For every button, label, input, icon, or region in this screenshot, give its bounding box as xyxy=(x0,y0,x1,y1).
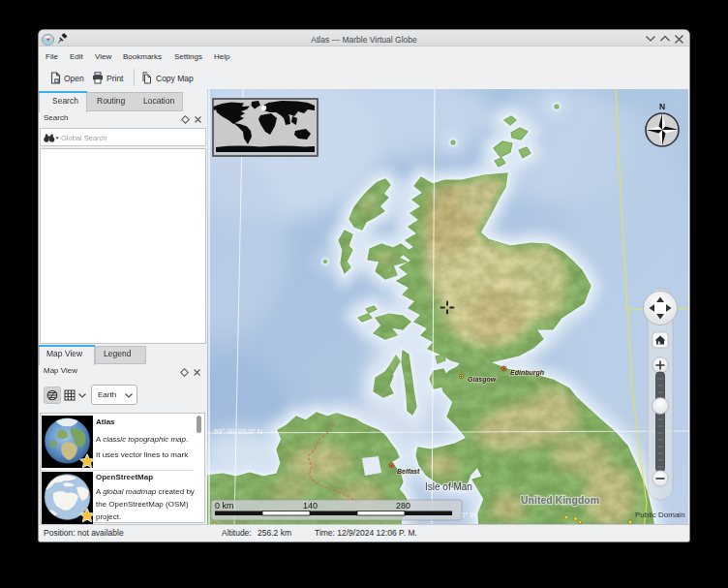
svg-text:Public Domain: Public Domain xyxy=(635,511,685,519)
svg-text:Glasgow: Glasgow xyxy=(468,376,497,384)
svg-text:Isle of Man: Isle of Man xyxy=(425,481,472,492)
svg-text:Edinburgh: Edinburgh xyxy=(510,369,544,377)
svg-text:140: 140 xyxy=(303,501,318,511)
svg-text:55° 00' 00.0" N: 55° 00' 00.0" N xyxy=(214,427,262,436)
svg-text:Belfast: Belfast xyxy=(397,468,420,475)
svg-text:N: N xyxy=(659,102,665,111)
svg-text:280: 280 xyxy=(396,501,410,511)
svg-text:0 km: 0 km xyxy=(215,501,234,511)
svg-text:United Kingdom: United Kingdom xyxy=(521,494,599,506)
